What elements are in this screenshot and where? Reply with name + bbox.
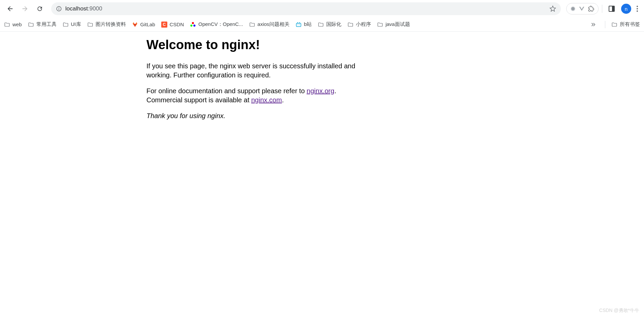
bookmark-label: GitLab <box>140 22 155 27</box>
address-bar[interactable]: localhost:9000 <box>51 2 561 15</box>
folder-icon <box>87 22 93 28</box>
bookmarks-bar: web 常用工具 UI库 图片转换资料 GitLab C CSDN OpenCV… <box>0 17 644 32</box>
bookmark-label: b站 <box>304 21 312 28</box>
bookmark-label: 国际化 <box>326 21 341 28</box>
bookmarks-overflow-button[interactable] <box>587 22 599 28</box>
csdn-icon: C <box>161 22 167 28</box>
bookmark-item-java-interview[interactable]: java面试题 <box>377 21 410 28</box>
extensions-icon <box>588 6 594 12</box>
nginx-welcome-body: Welcome to nginx! If you see this page, … <box>146 38 375 120</box>
bookmark-star-icon[interactable] <box>549 5 556 12</box>
p2-text-d: . <box>282 96 284 104</box>
bookmark-label: CSDN <box>170 22 184 27</box>
bookmark-item-common-tools[interactable]: 常用工具 <box>28 21 57 28</box>
kebab-dot-icon <box>637 8 638 9</box>
bilibili-icon <box>296 22 302 28</box>
site-info-icon[interactable] <box>56 6 62 12</box>
url-port: :9000 <box>88 5 102 12</box>
bookmark-item-miniprogram[interactable]: 小程序 <box>347 21 371 28</box>
bookmark-label: 常用工具 <box>36 21 57 28</box>
bookmark-label: axios问题相关 <box>258 21 290 28</box>
profile-avatar[interactable]: n <box>621 4 631 14</box>
thank-you-text: Thank you for using nginx. <box>146 112 226 119</box>
page-heading: Welcome to nginx! <box>146 38 375 52</box>
bookmark-label: OpenCV：OpenC... <box>198 21 243 28</box>
side-panel-button[interactable] <box>606 3 618 15</box>
toolbar-right-controls: n <box>566 3 640 15</box>
toolbar-divider <box>602 5 602 13</box>
bookmark-item-image-convert[interactable]: 图片转换资料 <box>87 21 126 28</box>
folder-icon <box>63 22 69 28</box>
url-host: localhost <box>65 5 88 12</box>
bookmark-item-gitlab[interactable]: GitLab <box>132 22 155 28</box>
forward-button[interactable] <box>19 3 31 15</box>
page-paragraph-3: Thank you for using nginx. <box>146 111 375 120</box>
folder-icon <box>611 22 617 28</box>
url-text: localhost:9000 <box>65 5 546 12</box>
p2-text-a: For online documentation and support ple… <box>146 87 307 95</box>
vue-devtools-icon <box>579 6 585 11</box>
extension-dot-icon <box>571 6 575 11</box>
svg-rect-1 <box>59 8 59 10</box>
opencv-icon <box>190 22 196 28</box>
svg-rect-6 <box>296 23 301 27</box>
bookmark-item-all-bookmarks[interactable]: 所有书签 <box>611 21 640 28</box>
bookmark-label: 图片转换资料 <box>96 21 126 28</box>
folder-icon <box>28 22 34 28</box>
bookmark-label: 所有书签 <box>620 21 640 28</box>
back-button[interactable] <box>4 3 16 15</box>
svg-point-7 <box>298 24 298 25</box>
page-content: Welcome to nginx! If you see this page, … <box>0 32 644 120</box>
bookmark-item-i18n[interactable]: 国际化 <box>318 21 341 28</box>
p2-text-c: Commercial support is available at <box>146 96 251 104</box>
watermark-text: CSDN @勇敢*牛牛 <box>599 308 639 314</box>
bookmark-label: web <box>12 22 22 27</box>
folder-icon <box>249 22 255 28</box>
svg-point-3 <box>192 22 194 24</box>
arrow-left-icon <box>6 5 14 12</box>
bookmark-item-opencv[interactable]: OpenCV：OpenC... <box>190 21 243 28</box>
svg-point-4 <box>191 25 193 27</box>
kebab-dot-icon <box>637 6 638 7</box>
extensions-pill[interactable] <box>566 3 599 14</box>
svg-point-5 <box>194 25 196 27</box>
chrome-menu-button[interactable] <box>635 4 640 14</box>
bookmark-item-ui-lib[interactable]: UI库 <box>63 21 81 28</box>
browser-toolbar: localhost:9000 n <box>0 0 644 17</box>
arrow-right-icon <box>21 5 29 12</box>
side-panel-icon <box>609 6 615 12</box>
page-paragraph-1: If you see this page, the nginx web serv… <box>146 62 375 80</box>
chevron-double-right-icon <box>590 22 596 28</box>
nginx-org-link[interactable]: nginx.org <box>307 87 334 95</box>
bookmark-item-axios[interactable]: axios问题相关 <box>249 21 290 28</box>
bookmark-item-csdn[interactable]: C CSDN <box>161 22 184 28</box>
bookmark-label: UI库 <box>71 21 81 28</box>
bookmark-label: java面试题 <box>385 21 410 28</box>
page-paragraph-2: For online documentation and support ple… <box>146 86 375 105</box>
kebab-dot-icon <box>637 10 638 12</box>
bookmark-label: 小程序 <box>356 21 371 28</box>
folder-icon <box>347 22 353 28</box>
bookmark-item-bilibili[interactable]: b站 <box>296 21 312 28</box>
reload-icon <box>36 5 43 12</box>
bookmarks-divider <box>605 21 605 28</box>
reload-button[interactable] <box>34 3 46 15</box>
bookmark-item-web[interactable]: web <box>4 22 22 28</box>
folder-icon <box>4 22 10 28</box>
avatar-letter: n <box>625 6 628 12</box>
svg-point-8 <box>299 24 300 25</box>
folder-icon <box>318 22 324 28</box>
nginx-com-link[interactable]: nginx.com <box>251 96 282 104</box>
svg-rect-2 <box>59 7 59 8</box>
folder-icon <box>377 22 383 28</box>
gitlab-icon <box>132 22 138 28</box>
p2-text-b: . <box>334 87 336 95</box>
